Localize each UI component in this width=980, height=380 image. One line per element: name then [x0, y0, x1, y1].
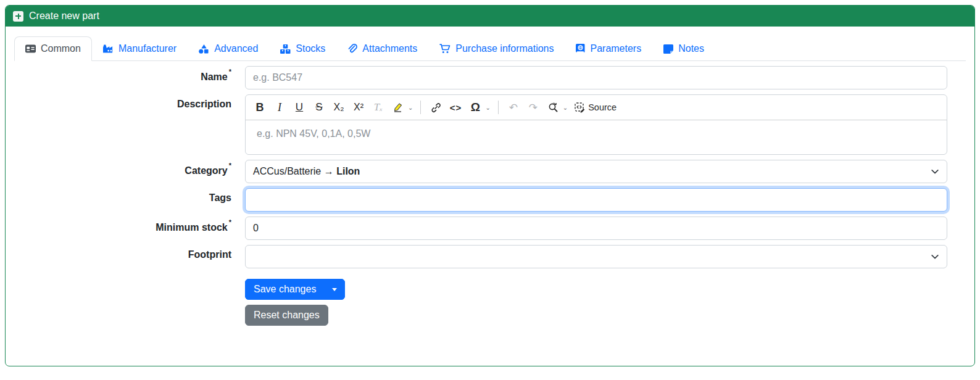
chevron-down-icon[interactable]: ⌄: [485, 104, 490, 111]
tab-label: Parameters: [590, 43, 641, 54]
italic-button[interactable]: I: [270, 98, 289, 117]
tab-advanced[interactable]: Advanced: [188, 36, 269, 61]
actions-row: Save changes Reset changes: [14, 279, 966, 326]
shapes-icon: [199, 44, 209, 54]
remove-format-button[interactable]: Tₓ: [369, 98, 388, 117]
page-title: Create new part: [29, 10, 99, 22]
category-select[interactable]: ACCus/Batterie → LiIon: [245, 160, 947, 183]
superscript-button[interactable]: X²: [349, 98, 368, 117]
tab-label: Common: [41, 43, 81, 54]
source-button[interactable]: Source: [571, 102, 620, 113]
name-row: Name*: [14, 66, 966, 89]
tab-label: Purchase informations: [455, 43, 554, 54]
undo-button[interactable]: ↶: [504, 98, 523, 117]
highlight-button[interactable]: [389, 98, 407, 117]
category-row: Category* ACCus/Batterie → LiIon: [14, 160, 966, 183]
minimum-stock-label: Minimum stock*: [14, 217, 245, 240]
chevron-down-icon[interactable]: ⌄: [408, 104, 413, 111]
tab-label: Notes: [678, 43, 704, 54]
tab-parameters[interactable]: Parameters: [565, 36, 652, 61]
chevron-down-icon[interactable]: ⌄: [563, 104, 568, 111]
tags-row: Tags: [14, 188, 966, 212]
card-header: Create new part: [6, 6, 974, 27]
category-value-prefix: ACCus/Batterie →: [253, 166, 336, 176]
chevron-down-icon: [931, 252, 939, 261]
footprint-label: Footprint: [14, 245, 245, 268]
id-card-icon: [25, 44, 36, 53]
link-icon: [431, 102, 441, 113]
part-tabs: Common Manufacturer Advanced Stocks Atta…: [14, 36, 966, 61]
bold-button[interactable]: B: [251, 98, 269, 117]
tab-label: Manufacturer: [118, 43, 176, 54]
save-button[interactable]: Save changes: [245, 279, 325, 300]
underline-button[interactable]: U: [290, 98, 309, 117]
boxes-stacked-icon: [280, 44, 291, 54]
tab-pane-common: Name* Description B I U S X₂: [14, 61, 966, 326]
tab-manufacturer[interactable]: Manufacturer: [92, 36, 188, 61]
required-marker: *: [229, 218, 231, 226]
special-characters-button[interactable]: Ω: [466, 98, 484, 117]
name-input[interactable]: [245, 66, 947, 89]
tab-notes[interactable]: Notes: [652, 36, 715, 61]
plus-square-icon: [13, 11, 23, 22]
chevron-down-icon: [931, 167, 939, 176]
minimum-stock-input[interactable]: [245, 217, 947, 240]
find-replace-icon: [547, 102, 559, 113]
save-button-group: Save changes: [245, 279, 345, 300]
toolbar-separator: [498, 101, 499, 114]
shopping-cart-icon: [439, 44, 451, 54]
factory-icon: [103, 44, 114, 53]
tab-label: Advanced: [214, 43, 258, 54]
paperclip-icon: [347, 44, 357, 54]
save-dropdown-toggle[interactable]: [325, 279, 345, 300]
tab-label: Stocks: [296, 43, 325, 54]
redo-button[interactable]: ↷: [524, 98, 542, 117]
editor-toolbar: B I U S X₂ X² Tₓ ⌄: [246, 95, 947, 120]
highlighter-icon: [392, 102, 404, 113]
link-button[interactable]: [426, 98, 445, 117]
code-button[interactable]: <>: [446, 98, 465, 117]
description-editor-area[interactable]: e.g. NPN 45V, 0,1A, 0,5W: [246, 120, 947, 154]
footprint-row: Footprint: [14, 245, 966, 268]
reset-button[interactable]: Reset changes: [245, 305, 328, 326]
tab-label: Attachments: [362, 43, 417, 54]
tab-common[interactable]: Common: [14, 36, 92, 61]
minimum-stock-row: Minimum stock*: [14, 217, 966, 240]
name-label: Name*: [14, 66, 245, 89]
required-marker: *: [229, 68, 231, 75]
tags-input[interactable]: [245, 188, 947, 212]
category-value-bold: LiIon: [336, 166, 360, 176]
description-label: Description: [14, 94, 245, 155]
create-part-card: Create new part Common Manufacturer Adva…: [5, 5, 975, 366]
atlas-book-icon: [576, 44, 585, 54]
toolbar-separator: [420, 101, 421, 114]
description-row: Description B I U S X₂ X² Tₓ: [14, 94, 966, 155]
find-replace-button[interactable]: [544, 98, 562, 117]
subscript-button[interactable]: X₂: [330, 98, 348, 117]
tags-label: Tags: [14, 188, 245, 212]
tab-stocks[interactable]: Stocks: [269, 36, 336, 61]
category-label: Category*: [14, 160, 245, 183]
tab-purchase-informations[interactable]: Purchase informations: [428, 36, 565, 61]
source-icon: [575, 102, 585, 113]
source-label: Source: [588, 102, 617, 112]
caret-down-icon: [332, 288, 337, 291]
strikethrough-button[interactable]: S: [310, 98, 328, 117]
footprint-select[interactable]: [245, 245, 947, 268]
rich-text-editor: B I U S X₂ X² Tₓ ⌄: [245, 94, 947, 155]
required-marker: *: [229, 162, 231, 169]
sticky-note-icon: [663, 44, 673, 54]
tab-attachments[interactable]: Attachments: [336, 36, 428, 61]
